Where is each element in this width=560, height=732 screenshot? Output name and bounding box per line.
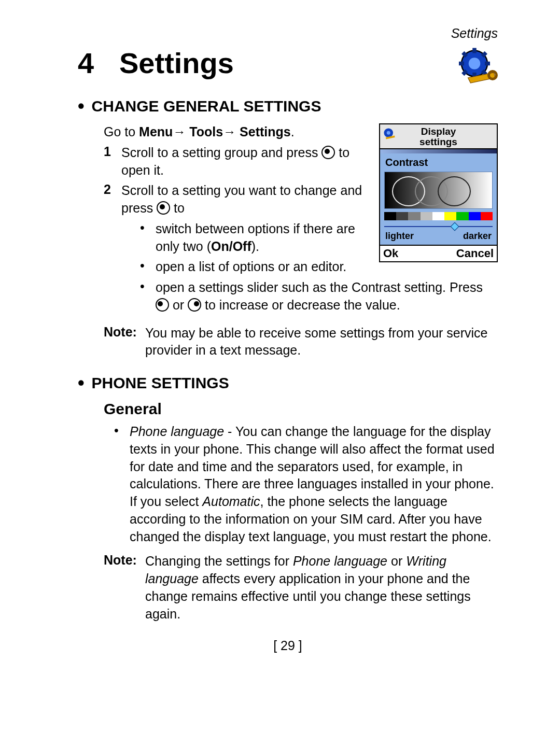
screenshot-title-line1: Display [380,126,497,137]
svg-point-9 [469,58,481,69]
screenshot-title-line2: settings [380,137,497,147]
joystick-left-icon [156,298,169,312]
joystick-center-icon [157,201,170,215]
note-label: Note: [104,325,145,360]
slider-handle-icon [450,222,459,231]
screenshot-softkey-ok: Ok [380,246,401,261]
chapter-number: 4 [78,46,119,80]
screenshot-slider [384,223,493,230]
chapter-heading: 4Settings [78,46,498,80]
screenshot-darker-label: darker [463,231,492,242]
settings-gear-wrench-icon [456,47,498,88]
substep-bullet: • switch between options if there are on… [140,220,369,256]
note-block: Note: You may be able to receive some se… [104,325,498,360]
page-number: [ 29 ] [78,638,498,653]
screenshot-softkey-cancel: Cancel [453,246,497,261]
step-number: 2 [104,182,121,217]
step-2: 2 Scroll to a setting you want to change… [104,182,369,217]
note-body: You may be able to receive some settings… [145,325,498,360]
bullet-icon: • [140,220,156,256]
screenshot-titlebar: Display settings [380,124,497,149]
bullet-icon: • [78,372,85,393]
screenshot-lighter-label: lighter [385,231,414,242]
screenshot-color-bar [384,212,493,220]
substep-bullet: • open a list of options or an editor. [140,258,369,276]
step-number: 1 [104,144,121,179]
substep-bullet: • open a settings slider such as the Con… [140,279,498,314]
svg-rect-4 [485,62,490,66]
joystick-center-icon [321,146,335,159]
step-1: 1 Scroll to a setting group and press to… [104,144,369,179]
screenshot-signal-bar [380,149,497,153]
note-block: Note: Changing the settings for Phone la… [104,553,498,623]
chapter-title: Settings [119,47,234,79]
subsection-general: General [104,400,498,418]
screenshot-body: Contrast lighter darker [380,153,497,245]
note-body: Changing the settings for Phone language… [145,553,498,623]
bullet-icon: • [78,95,85,117]
note-label: Note: [104,553,145,623]
section-phone-settings: •PHONE SETTINGS [78,372,498,394]
svg-point-12 [387,131,390,135]
phone-language-item: • Phone language - You can change the la… [114,423,498,545]
section-change-general: •CHANGE GENERAL SETTINGS [78,95,498,117]
phone-screenshot: Display settings Contrast lighter darker… [379,123,498,262]
svg-rect-3 [459,62,464,66]
bullet-icon: • [140,258,156,276]
screenshot-contrast-label: Contrast [380,156,497,172]
bullet-icon: • [114,423,130,545]
bullet-icon: • [140,279,156,314]
running-head: Settings [78,26,498,41]
screenshot-app-icon [382,126,397,143]
svg-rect-1 [472,48,477,53]
joystick-right-icon [188,298,201,312]
screenshot-contrast-preview [384,172,493,209]
